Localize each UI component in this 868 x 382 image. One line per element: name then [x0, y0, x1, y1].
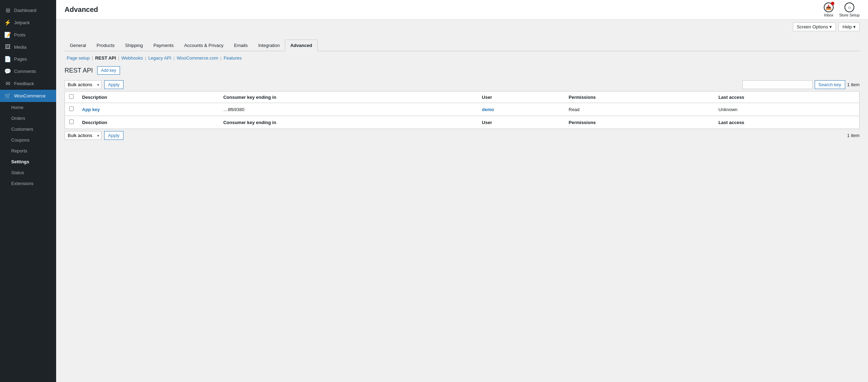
search-key-button[interactable]: Search key [815, 80, 845, 89]
sub-nav-webhooks[interactable]: Webhooks [119, 55, 145, 61]
sub-nav-page-setup[interactable]: Page setup [65, 55, 92, 61]
select-all-checkbox-top[interactable] [69, 94, 74, 99]
sub-nav-features[interactable]: Features [221, 55, 243, 61]
sidebar-label-media: Media [14, 45, 26, 50]
table-row: App key …8fb9380 demo Read Unknown [65, 103, 860, 116]
tab-products[interactable]: Products [91, 40, 120, 51]
sidebar-sub-label-orders: Orders [11, 116, 25, 121]
sidebar-label-posts: Posts [14, 32, 26, 37]
sidebar-item-posts[interactable]: 📝Posts [0, 29, 56, 41]
sidebar-sub-label-customers: Customers [11, 127, 33, 132]
sub-nav-rest-api[interactable]: REST API [93, 55, 118, 61]
tab-emails[interactable]: Emails [229, 40, 253, 51]
tab-shipping[interactable]: Shipping [120, 40, 148, 51]
add-key-button[interactable]: Add key [97, 66, 120, 75]
sidebar-label-dashboard: Dashboard [14, 8, 36, 13]
sub-nav-woocommerce-com[interactable]: WooCommerce.com [175, 55, 220, 61]
bulk-actions-select-bottom[interactable]: Bulk actions [65, 131, 101, 140]
tab-general[interactable]: General [65, 40, 91, 51]
screen-options-label: Screen Options [797, 24, 828, 29]
apply-button-top[interactable]: Apply [104, 80, 123, 89]
header-description: Description [78, 91, 219, 103]
table-header-row: Description Consumer key ending in User … [65, 91, 860, 103]
inbox-label: Inbox [824, 13, 833, 17]
row-checkbox [65, 103, 78, 116]
sidebar-label-pages: Pages [14, 56, 27, 62]
feedback-icon: ✉ [4, 80, 11, 87]
rest-api-header: REST API Add key [65, 66, 860, 75]
sidebar-item-pages[interactable]: 📄Pages [0, 53, 56, 65]
inbox-button[interactable]: 📥 Inbox [824, 2, 834, 17]
sidebar-sub-item-reports[interactable]: Reports [0, 145, 56, 156]
sidebar-sub-item-orders[interactable]: Orders [0, 113, 56, 124]
sidebar-item-media[interactable]: 🖼Media [0, 41, 56, 53]
page-title: Advanced [65, 6, 98, 14]
table-controls-bottom: Bulk actions Apply 1 item [65, 131, 860, 140]
row-user-link[interactable]: demo [482, 107, 494, 112]
sidebar-sub-item-customers[interactable]: Customers [0, 124, 56, 135]
bulk-actions-bottom: Bulk actions Apply [65, 131, 123, 140]
help-arrow: ▾ [853, 24, 856, 29]
sidebar-sub-label-reports: Reports [11, 148, 27, 154]
sidebar-sub-item-settings[interactable]: Settings [0, 156, 56, 167]
item-count-bottom: 1 item [847, 133, 860, 138]
screen-options-arrow: ▾ [829, 24, 832, 29]
tab-accounts-privacy[interactable]: Accounts & Privacy [179, 40, 229, 51]
row-consumer-key: …8fb9380 [219, 103, 478, 116]
api-keys-table: Description Consumer key ending in User … [65, 91, 860, 129]
table-footer-row: Description Consumer key ending in User … [65, 116, 860, 129]
sidebar-item-comments[interactable]: 💬Comments [0, 65, 56, 77]
tab-payments[interactable]: Payments [148, 40, 179, 51]
sub-topbar: Screen Options ▾ Help ▾ [56, 20, 868, 34]
table-controls-top: Bulk actions Apply Search key 1 item [65, 80, 860, 89]
sidebar-item-woocommerce[interactable]: 🛒 WooCommerce [0, 90, 56, 102]
row-description-link[interactable]: App key [82, 107, 100, 112]
tab-advanced[interactable]: Advanced [285, 40, 317, 51]
sub-nav-legacy-api[interactable]: Legacy API [146, 55, 174, 61]
help-button[interactable]: Help ▾ [839, 22, 860, 31]
inbox-badge [831, 2, 834, 5]
jetpack-icon: ⚡ [4, 19, 11, 26]
store-setup-icon: ○ [844, 2, 854, 12]
footer-user: User [478, 116, 565, 129]
sidebar-sub-item-home[interactable]: Home [0, 102, 56, 113]
sidebar-item-dashboard[interactable]: ⊞Dashboard [0, 4, 56, 16]
footer-last-access: Last access [714, 116, 860, 129]
pages-icon: 📄 [4, 56, 11, 62]
item-count-top: 1 item [847, 82, 860, 87]
search-key-input[interactable] [742, 80, 813, 89]
footer-permissions: Permissions [565, 116, 714, 129]
tab-integration[interactable]: Integration [253, 40, 285, 51]
row-user: demo [478, 103, 565, 116]
sidebar-sub-label-settings: Settings [11, 159, 29, 164]
sidebar-sub-label-home: Home [11, 105, 24, 110]
row-select-checkbox[interactable] [69, 107, 74, 111]
help-label: Help [842, 24, 852, 29]
bulk-actions-top: Bulk actions Apply [65, 80, 123, 89]
settings-tabs: GeneralProductsShippingPaymentsAccounts … [65, 40, 860, 51]
comments-icon: 💬 [4, 68, 11, 75]
inbox-icon: 📥 [824, 2, 834, 12]
header-consumer-key: Consumer key ending in [219, 91, 478, 103]
select-all-checkbox-bottom[interactable] [69, 120, 74, 124]
apply-button-bottom[interactable]: Apply [104, 131, 123, 140]
sidebar-sub-item-extensions[interactable]: Extensions [0, 178, 56, 189]
dashboard-icon: ⊞ [4, 7, 11, 14]
topbar: Advanced 📥 Inbox ○ Store Setup [56, 0, 868, 20]
sidebar: ⊞Dashboard⚡Jetpack📝Posts🖼Media📄Pages💬Com… [0, 0, 56, 382]
screen-options-button[interactable]: Screen Options ▾ [793, 22, 836, 31]
sidebar-sub-label-status: Status [11, 170, 24, 175]
main-area: Advanced 📥 Inbox ○ Store Setup Screen Op… [56, 0, 868, 382]
row-last-access: Unknown [714, 103, 860, 116]
sidebar-item-feedback[interactable]: ✉Feedback [0, 77, 56, 90]
bulk-select-wrapper-bottom: Bulk actions [65, 131, 101, 140]
header-checkbox-col [65, 91, 78, 103]
row-description: App key [78, 103, 219, 116]
sidebar-item-jetpack[interactable]: ⚡Jetpack [0, 16, 56, 29]
store-setup-button[interactable]: ○ Store Setup [839, 2, 860, 17]
footer-checkbox-col [65, 116, 78, 129]
sidebar-label-feedback: Feedback [14, 81, 34, 86]
bulk-actions-select-top[interactable]: Bulk actions [65, 80, 101, 89]
sidebar-sub-item-status[interactable]: Status [0, 167, 56, 178]
sidebar-sub-item-coupons[interactable]: Coupons [0, 135, 56, 145]
